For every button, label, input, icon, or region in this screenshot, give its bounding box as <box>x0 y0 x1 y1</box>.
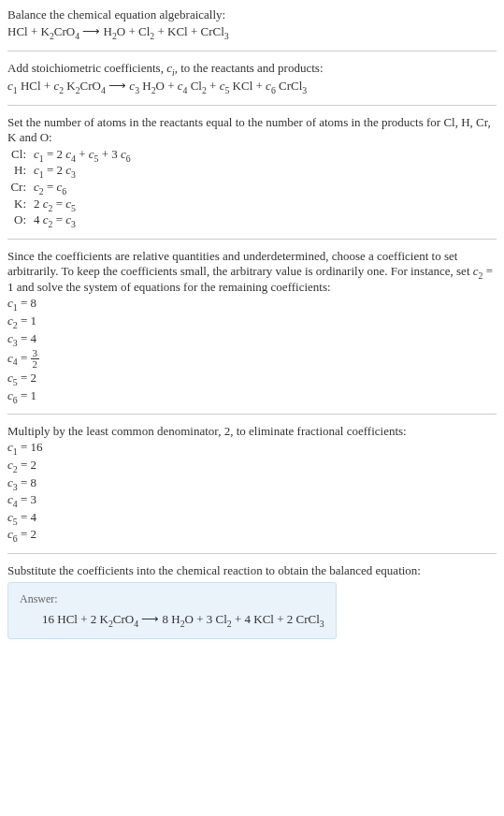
section-balance-intro: Balance the chemical equation algebraica… <box>7 7 497 41</box>
coeff-c5-final: c5 = 4 <box>7 510 497 527</box>
atom-equations-title: Set the number of atoms in the reactants… <box>7 115 497 145</box>
divider <box>7 51 497 51</box>
divider <box>7 414 497 415</box>
atom-label: Cr: <box>7 180 34 197</box>
coeff-c5: c5 = 2 <box>7 371 497 387</box>
atom-equation: 4 c2 = c3 <box>34 212 131 229</box>
coeff-c3: c3 = 4 <box>7 331 497 348</box>
atom-row-cl: Cl: c1 = 2 c4 + c5 + 3 c6 <box>7 147 131 164</box>
starting-equation: HCl + K2CrO4 ⟶ H2O + Cl2 + KCl + CrCl3 <box>7 24 497 41</box>
atom-row-k: K: 2 c2 = c5 <box>7 197 131 213</box>
atom-equation: c1 = 2 c3 <box>34 163 131 180</box>
atom-equation: c1 = 2 c4 + c5 + 3 c6 <box>34 147 131 164</box>
coefficient-equation: c1 HCl + c2 K2CrO4 ⟶ c3 H2O + c4 Cl2 + c… <box>7 79 497 95</box>
atom-equation: c2 = c6 <box>34 180 131 197</box>
answer-box: Answer: 16 HCl + 2 K2CrO4 ⟶ 8 H2O + 3 Cl… <box>7 582 337 639</box>
coeff-c3-final: c3 = 8 <box>7 475 497 492</box>
answer-label: Answer: <box>20 592 324 606</box>
coeff-c1: c1 = 8 <box>7 296 497 313</box>
atom-label: H: <box>7 163 34 180</box>
coeff-c2-final: c2 = 2 <box>7 458 497 474</box>
coeff-c4-final: c4 = 3 <box>7 492 497 509</box>
divider <box>7 239 497 240</box>
section-atom-equations: Set the number of atoms in the reactants… <box>7 115 497 229</box>
add-coefficients-title: Add stoichiometric coefficients, ci, to … <box>7 61 497 78</box>
section-substitute: Substitute the coefficients into the che… <box>7 563 497 639</box>
balanced-equation: 16 HCl + 2 K2CrO4 ⟶ 8 H2O + 3 Cl2 + 4 KC… <box>20 612 324 629</box>
divider <box>7 105 497 106</box>
multiply-title: Multiply by the least common denominator… <box>7 424 497 439</box>
atom-equation: 2 c2 = c5 <box>34 197 131 213</box>
title-text-part2: , to the reactants and products: <box>175 61 324 75</box>
atom-label: O: <box>7 212 34 229</box>
atom-label: Cl: <box>7 147 34 164</box>
section-multiply: Multiply by the least common denominator… <box>7 424 497 544</box>
atoms-table: Cl: c1 = 2 c4 + c5 + 3 c6 H: c1 = 2 c3 C… <box>7 147 131 229</box>
coeff-c6-final: c6 = 2 <box>7 527 497 544</box>
atom-row-h: H: c1 = 2 c3 <box>7 163 131 180</box>
section-add-coefficients: Add stoichiometric coefficients, ci, to … <box>7 61 497 95</box>
balance-title: Balance the chemical equation algebraica… <box>7 7 497 22</box>
atom-row-cr: Cr: c2 = c6 <box>7 180 131 197</box>
coeff-c2: c2 = 1 <box>7 313 497 330</box>
coeff-c1-final: c1 = 16 <box>7 440 497 457</box>
title-text-part1: Add stoichiometric coefficients, <box>7 61 166 75</box>
substitute-title: Substitute the coefficients into the che… <box>7 563 497 578</box>
coeff-c4: c4 = 32 <box>7 348 497 370</box>
section-solve: Since the coefficients are relative quan… <box>7 249 497 405</box>
frac-denominator: 2 <box>31 359 40 370</box>
atom-label: K: <box>7 197 34 213</box>
coeff-c6: c6 = 1 <box>7 388 497 405</box>
divider <box>7 553 497 554</box>
atom-row-o: O: 4 c2 = c3 <box>7 212 131 229</box>
solve-title: Since the coefficients are relative quan… <box>7 249 497 296</box>
